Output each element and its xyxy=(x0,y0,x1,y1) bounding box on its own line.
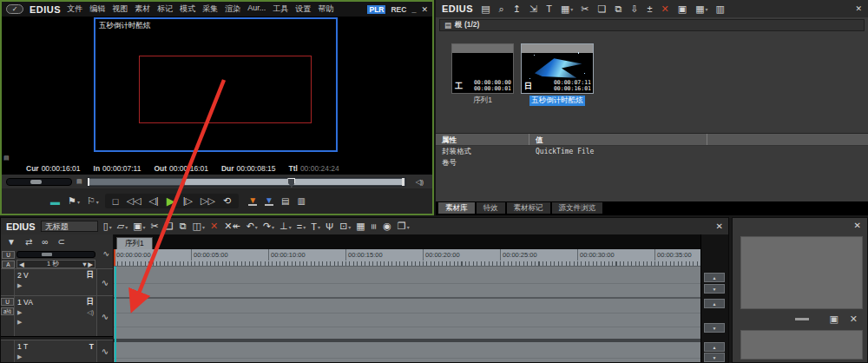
expand-track-icon[interactable]: ▶ xyxy=(17,319,22,326)
bin-tab[interactable]: 特效 xyxy=(477,202,505,214)
bin-tab[interactable]: 素材库 xyxy=(438,202,475,214)
set-in-icon[interactable]: ⚑▾ xyxy=(68,195,80,207)
multicam-icon[interactable]: ▦ xyxy=(356,221,365,232)
save-project-icon[interactable]: ▣▾ xyxy=(133,221,145,232)
scale-prev-icon[interactable]: ◀ xyxy=(19,261,24,268)
bin-folder-path[interactable]: ▤ 根 (1/2) xyxy=(439,19,865,31)
sync-icon[interactable]: ∿ xyxy=(97,269,113,295)
import-icon[interactable]: ⇲ xyxy=(529,3,538,15)
expand-track-icon[interactable]: ▶ xyxy=(17,309,22,316)
menu-item[interactable]: Aur... xyxy=(247,3,266,15)
layout-icon[interactable]: ❐▾ xyxy=(398,221,410,232)
sync-icon[interactable]: ∿ xyxy=(102,249,109,258)
splitter-handle[interactable] xyxy=(795,318,809,320)
timeline-ruler[interactable]: 00:00:00:0000:00:05:0000:00:10:0000:00:1… xyxy=(114,249,700,267)
bin-window-icon[interactable]: ▥ xyxy=(716,3,726,15)
track-header-1va[interactable]: U a½ 1 VA 日 ▶ ◁) ▶ ∿ xyxy=(1,295,113,336)
voiceover-icon[interactable]: Ψ xyxy=(326,221,334,232)
menu-item[interactable]: 工具 xyxy=(273,3,288,15)
add-cut-point-icon[interactable]: ⊥▾ xyxy=(279,221,292,232)
bin-tab[interactable]: 素材标记 xyxy=(507,202,550,214)
video-mute-button[interactable]: U xyxy=(2,251,15,259)
expand-track-icon[interactable]: ▶ xyxy=(17,353,22,360)
menu-item[interactable]: 编辑 xyxy=(89,3,105,15)
menu-item[interactable]: 视图 xyxy=(112,3,128,15)
track-header-1t[interactable]: 1 T T ▶ ∿ xyxy=(1,340,113,362)
open-folder-icon[interactable]: ▤ xyxy=(481,3,490,15)
close-panel-icon[interactable]: ✕ xyxy=(850,314,858,325)
menu-item[interactable]: 文件 xyxy=(67,3,82,15)
seek-bar[interactable] xyxy=(87,177,406,187)
track-scroll-button[interactable]: ▼ xyxy=(704,284,725,294)
paste-icon[interactable]: ⧉ xyxy=(180,221,187,232)
menu-item[interactable]: 素材 xyxy=(135,3,150,15)
delete-icon[interactable]: ✕ xyxy=(210,221,219,232)
prev-frame-icon[interactable]: ◁| xyxy=(148,195,158,207)
open-project-icon[interactable]: ▱▾ xyxy=(117,221,128,232)
overwrite-to-timeline-icon[interactable]: ▼ xyxy=(265,196,273,206)
add-title-icon[interactable]: T xyxy=(546,3,553,14)
undo-icon[interactable]: ↶▾ xyxy=(247,221,258,232)
timeline-zoom-slider[interactable] xyxy=(16,251,95,258)
track-scroll-button[interactable]: ▼ xyxy=(704,353,725,362)
clip-label[interactable]: 序列1 xyxy=(471,96,494,106)
view-mode-icon[interactable]: ▦▾ xyxy=(695,3,707,15)
snap-icon[interactable]: ⊂ xyxy=(57,237,64,247)
timeline-close-button[interactable]: ✕ xyxy=(716,221,723,231)
clip-properties-icon[interactable]: ▣ xyxy=(678,3,687,15)
stop-icon[interactable]: □ xyxy=(113,196,119,207)
timeline-playhead[interactable] xyxy=(115,267,116,362)
menu-item[interactable]: 设置 xyxy=(295,3,311,15)
menu-item[interactable]: 模式 xyxy=(180,3,195,15)
export-icon[interactable]: ⊡▾ xyxy=(339,221,351,232)
clip-label[interactable]: 五秒倒计时酷炫 xyxy=(529,96,585,106)
五秒倒计时酷炫[interactable]: 日 00:00:07:1100:00:16:01 五秒倒计时酷炫 xyxy=(521,43,594,106)
video-track-icon[interactable]: 日 xyxy=(87,270,95,280)
speaker-icon[interactable]: ◁) xyxy=(87,309,94,316)
序列1[interactable]: 工 00:00:00:0000:00:00:01 序列1 xyxy=(451,43,514,106)
sync-icon[interactable]: ∿ xyxy=(97,340,113,362)
cut-icon[interactable]: ✂ xyxy=(151,221,160,232)
set-out-icon[interactable]: ⚐▾ xyxy=(87,195,99,207)
bin-close-button[interactable]: ✕ xyxy=(855,4,862,13)
next-frame-icon[interactable]: |▷ xyxy=(183,195,193,207)
capture-icon[interactable]: ▬ xyxy=(50,196,61,207)
search-icon[interactable]: ⌕ xyxy=(499,3,505,15)
minimize-button[interactable]: _ xyxy=(411,5,416,14)
add-title-icon[interactable]: T▾ xyxy=(311,221,320,232)
color-bars-icon[interactable]: ▦▾ xyxy=(561,3,573,15)
ruler-playhead[interactable] xyxy=(114,249,115,266)
cut-icon[interactable]: ✂ xyxy=(581,3,589,15)
between-points-icon[interactable]: ∞ xyxy=(42,237,48,247)
expand-track-icon[interactable]: ▶ xyxy=(17,282,22,289)
insert-between-icon[interactable]: ± xyxy=(647,3,653,14)
track-scroll-button[interactable]: ▲ xyxy=(704,342,725,352)
audio-mixer-icon[interactable]: ≡ xyxy=(372,221,378,232)
bin-tab[interactable]: 源文件浏览 xyxy=(552,202,603,214)
seek-playhead[interactable] xyxy=(287,178,295,188)
add-to-timeline-icon[interactable]: ▤ xyxy=(281,196,289,206)
sync-icon[interactable]: ∿ xyxy=(97,296,113,336)
replace-clip-icon[interactable]: ▥ xyxy=(297,196,305,206)
rec-button[interactable]: REC xyxy=(391,5,406,14)
menu-item[interactable]: 标记 xyxy=(157,3,173,15)
palette-close-button[interactable]: ✕ xyxy=(854,221,861,230)
copy-icon[interactable]: ❏ xyxy=(165,221,174,232)
timeline-tracks-area[interactable] xyxy=(114,267,700,362)
plr-button[interactable]: PLR xyxy=(367,5,385,14)
title-track-icon[interactable]: T xyxy=(89,342,94,351)
time-scale-selector[interactable]: ◀ 1 秒 ▼▶ xyxy=(16,260,95,268)
menu-item[interactable]: 渲染 xyxy=(225,3,240,15)
audio-mute-button[interactable]: A xyxy=(2,261,15,268)
video-mute-button[interactable]: U xyxy=(1,298,14,306)
send-to-player-icon[interactable]: ⇩ xyxy=(630,3,639,15)
audio-channel-button[interactable]: a½ xyxy=(1,307,14,315)
redo-icon[interactable]: ↷▾ xyxy=(263,221,274,232)
up-folder-icon[interactable]: ↥ xyxy=(513,3,522,15)
sequence-tab[interactable]: 序列1 xyxy=(116,237,153,249)
insert-to-timeline-icon[interactable]: ▼ xyxy=(248,196,257,206)
ripple-delete-icon[interactable]: ✕↞ xyxy=(224,221,240,232)
delete-icon[interactable]: ✕ xyxy=(661,3,670,15)
paste-icon[interactable]: ⧉ xyxy=(615,3,622,15)
play-icon[interactable]: ▶ xyxy=(167,195,175,208)
